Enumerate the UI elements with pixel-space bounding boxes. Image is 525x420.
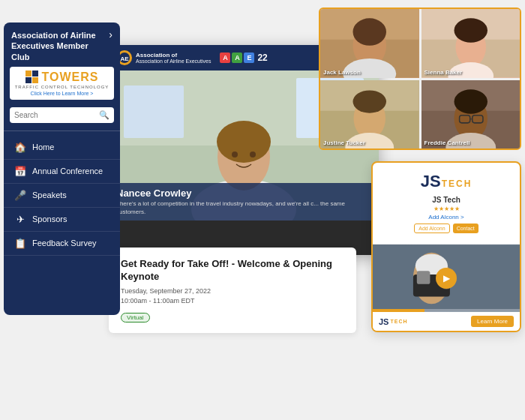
brand-subtitle: TRAFFIC CONTROL TECHNOLOGY xyxy=(15,85,110,89)
learn-more-button[interactable]: Learn More xyxy=(471,316,514,327)
sidebar-item-annual-conference[interactable]: 📅 Annual Conference xyxy=(4,160,120,184)
brand-learn-more-link[interactable]: Click Here to Learn More > xyxy=(31,91,94,96)
sidebar-brand: TOWERS TRAFFIC CONTROL TECHNOLOGY Click … xyxy=(10,67,114,100)
sponsor-top: JS TECH JS Tech ★★★★★ Add Alconn > Add A… xyxy=(373,163,520,244)
brand-icon-sq-3 xyxy=(26,77,32,83)
content-title: Get Ready for Take Off! - Welcome & Open… xyxy=(121,258,344,284)
brand-logo-row: TOWERS xyxy=(26,70,99,84)
video-cell-justine: Justine Tucker xyxy=(320,80,419,149)
sidebar-title: Association of Airline Executives Member… xyxy=(11,30,106,62)
presenter-name-bar: Nancee Crowley There's a lot of competit… xyxy=(109,183,379,220)
home-icon: 🏠 xyxy=(14,142,26,153)
sidebar-item-feedback-survey[interactable]: 📋 Feedback Survey xyxy=(4,232,120,256)
sidebar-item-home-label: Home xyxy=(32,142,54,152)
search-icon: 🔍 xyxy=(99,110,110,120)
svg-rect-39 xyxy=(417,271,430,284)
aae-badge: A A E 22 xyxy=(220,52,267,63)
presenter-name: Nancee Crowley xyxy=(116,188,371,199)
jack-lawson-name: Jack Lawson xyxy=(323,69,361,76)
sponsor-video-thumbnail[interactable]: ▶ xyxy=(373,244,520,312)
sienna-baker-name: Sienna Baker xyxy=(424,69,463,76)
content-card: Get Ready for Take Off! - Welcome & Open… xyxy=(109,248,356,333)
brand-name: TOWERS xyxy=(42,70,99,84)
video-org-name: Association of Association of Airline Ex… xyxy=(136,52,211,64)
video-cell-jack: Jack Lawson xyxy=(320,9,419,78)
sponsor-company-name: JS Tech xyxy=(432,196,460,204)
aae-letter-e: E xyxy=(244,52,254,63)
search-input[interactable] xyxy=(14,111,96,119)
sidebar-item-sponsors[interactable]: ✈ Sponsors xyxy=(4,208,120,232)
sponsor-logo-main: JS TECH xyxy=(421,173,472,190)
aae-letter-a1: A xyxy=(220,52,230,63)
brand-icon-sq-4 xyxy=(32,77,38,83)
sponsor-footer-tech: TECH xyxy=(390,319,407,324)
svg-point-25 xyxy=(352,90,386,112)
calendar-icon: 📅 xyxy=(14,166,26,177)
sponsor-add-connect-button[interactable]: Add Alconn xyxy=(414,224,449,233)
video-grid: Jack Lawson Sienna Baker Justine Tucker xyxy=(319,8,521,150)
sponsor-logo: JS TECH xyxy=(421,173,472,190)
sponsor-card: JS TECH JS Tech ★★★★★ Add Alconn > Add A… xyxy=(371,161,521,332)
sponsor-logo-text: JS TECH xyxy=(421,173,472,190)
svg-point-10 xyxy=(232,152,238,158)
sidebar-item-home[interactable]: 🏠 Home xyxy=(4,136,120,160)
justine-tucker-name: Justine Tucker xyxy=(323,140,365,146)
sidebar-item-speakers[interactable]: 🎤 Speakets xyxy=(4,184,120,208)
video-progress-fill xyxy=(373,309,424,312)
video-cell-sienna: Sienna Baker xyxy=(422,9,520,78)
sponsor-action-buttons: Add Alconn Contact xyxy=(414,224,478,233)
brand-icon xyxy=(26,70,38,83)
svg-text:AE: AE xyxy=(120,56,129,62)
sidebar-close-button[interactable]: › xyxy=(109,28,112,40)
play-button[interactable]: ▶ xyxy=(436,268,457,289)
sponsor-tech-text: TECH xyxy=(442,178,472,189)
microphone-icon: 🎤 xyxy=(14,190,26,201)
brand-icon-sq-1 xyxy=(26,70,32,76)
plane-icon: ✈ xyxy=(14,214,26,225)
content-time: 10:00am - 11:00am EDT xyxy=(121,297,344,304)
sidebar-item-speakers-label: Speakets xyxy=(32,190,67,200)
sponsor-add-connect-link[interactable]: Add Alconn > xyxy=(428,214,464,220)
svg-point-15 xyxy=(352,18,386,45)
aae-year: 22 xyxy=(257,52,267,63)
svg-point-9 xyxy=(217,121,271,163)
freddie-cantrell-name: Freddie Cantrell xyxy=(424,140,470,146)
sidebar-divider xyxy=(4,130,120,131)
svg-point-30 xyxy=(454,89,488,113)
sponsor-footer-js: JS xyxy=(379,317,388,326)
sidebar-nav: 🏠 Home 📅 Annual Conference 🎤 Speakets ✈ … xyxy=(4,134,120,315)
virtual-badge: Virtual xyxy=(121,313,150,322)
video-logo: AE Association of Association of Airline… xyxy=(116,50,211,66)
presenter-quote: There's a lot of competition in the trav… xyxy=(116,200,371,216)
svg-point-11 xyxy=(250,152,256,158)
sponsor-footer: JS TECH Learn More xyxy=(373,312,520,331)
aae-letter-a2: A xyxy=(232,52,242,63)
sidebar-header: Association of Airline Executives Member… xyxy=(4,22,120,67)
justine-tucker-video xyxy=(320,80,419,149)
clipboard-icon: 📋 xyxy=(14,238,26,249)
video-cell-freddie: Freddie Cantrell xyxy=(422,80,520,149)
video-progress-bar xyxy=(373,309,520,312)
jack-lawson-video xyxy=(320,9,419,78)
sienna-baker-video xyxy=(422,9,520,78)
freddie-cantrell-video xyxy=(422,80,520,149)
sidebar-item-feedback-survey-label: Feedback Survey xyxy=(32,238,97,248)
content-date: Tuesday, September 27, 2022 xyxy=(121,287,344,295)
svg-point-20 xyxy=(454,18,488,42)
sidebar-item-sponsors-label: Sponsors xyxy=(32,214,67,224)
svg-rect-5 xyxy=(124,86,184,138)
search-box: 🔍 xyxy=(10,107,114,123)
sponsor-contact-button[interactable]: Contact xyxy=(453,224,478,233)
sponsor-stars: ★★★★★ xyxy=(434,206,460,212)
sidebar: Association of Airline Executives Member… xyxy=(4,22,120,315)
brand-icon-sq-2 xyxy=(32,70,38,76)
sponsor-footer-logo: JS TECH xyxy=(379,317,408,326)
sidebar-item-annual-conference-label: Annual Conference xyxy=(32,166,103,176)
sponsor-js-text: JS xyxy=(421,173,441,190)
play-icon: ▶ xyxy=(443,273,450,284)
